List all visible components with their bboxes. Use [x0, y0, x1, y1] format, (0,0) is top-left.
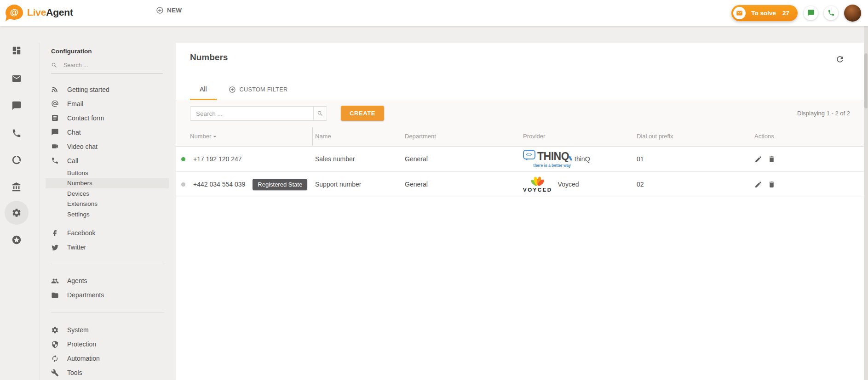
column-separator [312, 127, 313, 146]
column-header-dial-out-prefix[interactable]: Dial out prefix [637, 133, 754, 140]
sidebar-item-label: Buttons [67, 170, 88, 176]
sidebar-item-label: Tools [67, 369, 82, 376]
header-actions: To solve 27 [731, 0, 861, 26]
new-button[interactable]: NEW [153, 6, 184, 15]
toolbar: CREATE Displaying 1 - 2 of 2 [176, 100, 864, 126]
edit-button[interactable] [754, 155, 763, 164]
rail-item-ring[interactable] [11, 155, 23, 166]
sidebar-subitem-numbers[interactable]: Numbers [46, 178, 169, 189]
tabs: All CUSTOM FILTER [190, 85, 287, 100]
sidebar-item-label: Agents [67, 277, 87, 284]
chat-icon [11, 101, 23, 111]
dashboard-icon [11, 45, 23, 56]
rail-item-mail[interactable] [11, 74, 23, 85]
refresh-button[interactable] [835, 54, 845, 64]
to-solve-count: 27 [782, 10, 789, 17]
sidebar-item-call[interactable]: Call [40, 153, 175, 168]
sidebar-subitem-extensions[interactable]: Extensions [40, 199, 175, 210]
at-icon [51, 100, 59, 108]
actions-cell [754, 180, 864, 189]
plus-circle-icon [229, 86, 236, 93]
rail-item-grid[interactable] [11, 45, 23, 57]
column-header-department[interactable]: Department [405, 133, 523, 140]
avatar[interactable] [844, 5, 861, 22]
chevron-down-icon [211, 133, 227, 140]
rail-item-phone[interactable] [11, 128, 23, 139]
sidebar-item-label: Contact form [67, 114, 104, 122]
create-button[interactable]: CREATE [341, 106, 384, 121]
sidebar-item-getting-started[interactable]: Getting started [40, 82, 175, 96]
facebook-icon [51, 229, 59, 237]
sidebar-search [51, 62, 163, 74]
scrollbar-thumb[interactable] [864, 53, 868, 108]
sidebar-item-facebook[interactable]: Facebook [40, 226, 175, 240]
chats-button[interactable] [804, 6, 818, 20]
tab-all[interactable]: All [190, 85, 217, 100]
column-header-number[interactable]: Number [190, 133, 315, 140]
rail-item-bank[interactable] [11, 182, 23, 193]
dial-out-prefix-cell: 02 [637, 181, 754, 188]
sidebar-subitem-buttons[interactable]: Buttons [40, 168, 175, 178]
sidebar-item-contact-form[interactable]: Contact form [40, 111, 175, 125]
sidebar-item-label: Automation [67, 355, 100, 362]
provider-cell: <>THINQthere is a better waythinQ [523, 150, 637, 168]
sidebar-item-protection[interactable]: Protection [40, 337, 175, 352]
sidebar-search-input[interactable] [63, 62, 163, 69]
pencil-icon [754, 181, 763, 188]
sidebar-subitem-devices[interactable]: Devices [40, 188, 175, 199]
dial-out-prefix-cell: 01 [637, 155, 754, 163]
star-icon [11, 235, 23, 245]
calls-button[interactable] [824, 6, 838, 20]
refresh-icon [835, 55, 845, 64]
sidebar-item-label: Numbers [67, 180, 92, 187]
delete-button[interactable] [768, 155, 776, 164]
status-dot [181, 182, 185, 187]
sidebar-item-departments[interactable]: Departments [40, 288, 175, 302]
sidebar-item-label: Getting started [67, 86, 109, 93]
sidebar-item-label: Devices [67, 190, 89, 197]
sidebar-subitem-settings[interactable]: Settings [40, 209, 175, 220]
sidebar-item-label: Call [67, 157, 78, 164]
to-solve-button[interactable]: To solve 27 [731, 5, 798, 21]
sidebar-item-agents[interactable]: Agents [40, 274, 175, 288]
ring-icon [11, 155, 23, 165]
sidebar-item-automation[interactable]: Automation [40, 352, 175, 366]
sidebar-item-system[interactable]: System [40, 323, 175, 337]
department-cell: General [405, 155, 523, 163]
left-rail [0, 26, 40, 380]
rail-item-chat[interactable] [11, 101, 23, 112]
pagination-status: Displaying 1 - 2 of 2 [797, 110, 850, 117]
sync-icon [51, 355, 59, 363]
column-header-actions: Actions [754, 133, 864, 140]
table-search-input[interactable] [190, 107, 313, 120]
actions-cell [754, 155, 864, 164]
status-dot [181, 157, 185, 161]
plus-circle-icon [156, 6, 164, 14]
registered-state-badge: Registered State [253, 179, 307, 190]
number-cell: +442 034 554 039Registered State [181, 179, 315, 190]
table-search-button[interactable] [313, 107, 327, 120]
column-header-name[interactable]: Name [315, 133, 405, 140]
name-cell: Sales number [315, 155, 405, 163]
liveagent-bubble-icon: @ [6, 5, 23, 20]
column-header-provider[interactable]: Provider [523, 133, 637, 140]
envelope-badge [733, 7, 746, 19]
pencil-icon [754, 155, 763, 163]
rail-item-gear[interactable] [11, 208, 23, 219]
sidebar-item-label: Chat [67, 129, 81, 136]
panel-header: Numbers All CUSTOM FILTER [176, 43, 864, 100]
sidebar-item-video-chat[interactable]: Video chat [40, 139, 175, 153]
delete-button[interactable] [768, 180, 776, 189]
scrollbar[interactable] [864, 26, 868, 380]
rail-item-star[interactable] [11, 235, 23, 246]
phone-icon [828, 9, 835, 17]
sidebar-item-email[interactable]: Email [40, 96, 175, 111]
sidebar-item-chat[interactable]: Chat [40, 125, 175, 139]
tab-custom-filter[interactable]: CUSTOM FILTER [229, 86, 288, 100]
sidebar-item-twitter[interactable]: Twitter [40, 240, 175, 255]
configuration-sidebar: Configuration Getting startedEmailContac… [40, 43, 175, 380]
sidebar-item-label: Settings [67, 211, 90, 218]
edit-button[interactable] [754, 180, 763, 189]
sidebar-item-tools[interactable]: Tools [40, 366, 175, 380]
table-search [190, 106, 327, 121]
